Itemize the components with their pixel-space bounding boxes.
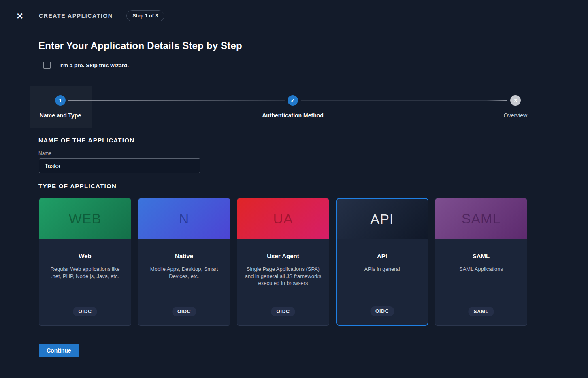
skip-wizard-row: I'm a pro. Skip this wizard. <box>43 61 588 69</box>
step-count-badge: Step 1 of 3 <box>126 10 165 21</box>
protocol-badge: SAML <box>468 307 494 316</box>
protocol-badge: OIDC <box>271 307 295 316</box>
card-description: SAML Applications <box>435 265 527 273</box>
card-title: SAML <box>435 253 527 259</box>
card-title: API <box>337 253 428 259</box>
type-card-api[interactable]: API API APIs in general OIDC <box>336 198 428 326</box>
protocol-badge: OIDC <box>370 306 394 316</box>
stepper-step-name-and-type[interactable]: 1 Name and Type <box>12 86 109 119</box>
card-description: Single Page Applications (SPA) and in ge… <box>237 265 329 287</box>
skip-wizard-checkbox[interactable] <box>43 62 51 69</box>
application-name-input[interactable] <box>39 158 200 173</box>
continue-button[interactable]: Continue <box>39 344 79 357</box>
application-type-cards: WEB Web Regular Web applications like .n… <box>39 198 588 326</box>
protocol-badge: OIDC <box>172 307 196 316</box>
card-header-art: UA <box>237 198 329 239</box>
type-card-native[interactable]: N Native Mobile Apps, Desktop, Smart Dev… <box>138 198 230 326</box>
card-title: Web <box>39 253 131 259</box>
card-header-art: N <box>138 198 230 239</box>
type-section-title: TYPE OF APPLICATION <box>38 183 588 189</box>
card-description: Regular Web applications like .net, PHP,… <box>39 265 131 280</box>
wizard-title: CREATE APPLICATION <box>39 13 113 19</box>
name-section-title: NAME OF THE APPLICATION <box>38 137 588 144</box>
close-icon[interactable]: ✕ <box>15 11 24 20</box>
check-icon: ✓ <box>288 95 298 106</box>
name-field-label: Name <box>38 151 588 156</box>
type-card-web[interactable]: WEB Web Regular Web applications like .n… <box>39 198 131 326</box>
step-label: Overview <box>467 112 564 119</box>
step-number-3: 3 <box>510 95 521 106</box>
type-card-user-agent[interactable]: UA User Agent Single Page Applications (… <box>237 198 329 326</box>
step-label: Authentication Method <box>244 112 341 119</box>
type-card-saml[interactable]: SAML SAML SAML Applications SAML <box>435 198 527 326</box>
protocol-badge: OIDC <box>73 307 97 316</box>
stepper-step-overview[interactable]: 3 Overview <box>467 86 564 119</box>
skip-wizard-label: I'm a pro. Skip this wizard. <box>60 62 129 68</box>
stepper-step-authentication-method[interactable]: ✓ Authentication Method <box>244 86 341 119</box>
card-header-art: API <box>337 199 428 239</box>
card-header-art: SAML <box>435 198 527 239</box>
card-header-art: WEB <box>39 198 131 239</box>
card-description: APIs in general <box>337 265 428 273</box>
card-description: Mobile Apps, Desktop, Smart Devices, etc… <box>138 265 230 280</box>
step-label: Name and Type <box>12 112 109 119</box>
wizard-stepper: 1 Name and Type ✓ Authentication Method … <box>0 86 588 128</box>
card-title: User Agent <box>237 253 329 259</box>
card-title: Native <box>138 253 230 259</box>
wizard-topbar: ✕ CREATE APPLICATION Step 1 of 3 <box>0 0 588 22</box>
page-title: Enter Your Application Details Step by S… <box>38 40 588 51</box>
step-number-1: 1 <box>55 95 66 106</box>
